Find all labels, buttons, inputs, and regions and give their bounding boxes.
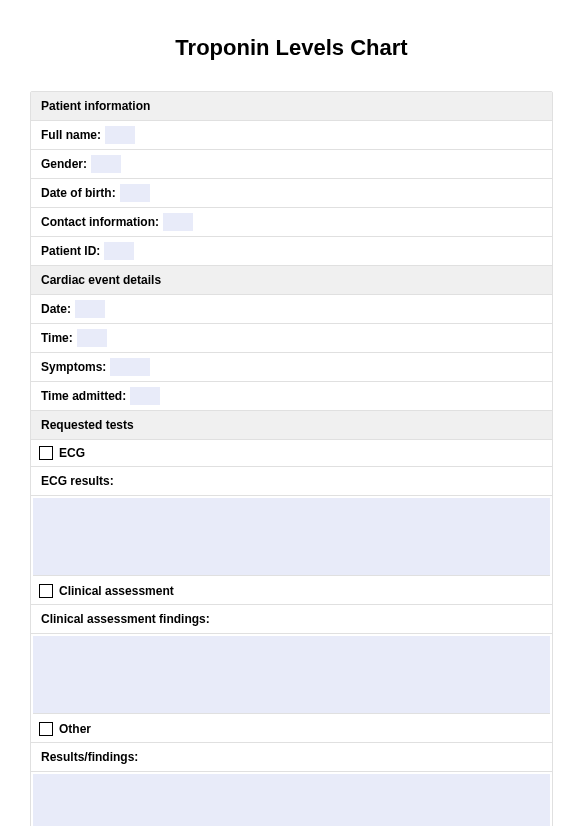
- input-time[interactable]: [77, 329, 107, 347]
- section-cardiac-event: Cardiac event details: [31, 266, 552, 295]
- checkbox-clinical[interactable]: [39, 584, 53, 598]
- input-contact[interactable]: [163, 213, 193, 231]
- input-symptoms[interactable]: [110, 358, 150, 376]
- field-dob: Date of birth:: [31, 179, 552, 208]
- label-symptoms: Symptoms:: [41, 360, 106, 374]
- label-time-admitted: Time admitted:: [41, 389, 126, 403]
- field-contact: Contact information:: [31, 208, 552, 237]
- input-patient-id[interactable]: [104, 242, 134, 260]
- label-full-name: Full name:: [41, 128, 101, 142]
- field-time-admitted: Time admitted:: [31, 382, 552, 411]
- checkbox-other[interactable]: [39, 722, 53, 736]
- checkbox-ecg[interactable]: [39, 446, 53, 460]
- input-gender[interactable]: [91, 155, 121, 173]
- field-date: Date:: [31, 295, 552, 324]
- form-container: Patient information Full name: Gender: D…: [30, 91, 553, 826]
- field-symptoms: Symptoms:: [31, 353, 552, 382]
- input-dob[interactable]: [120, 184, 150, 202]
- label-patient-id: Patient ID:: [41, 244, 100, 258]
- label-dob: Date of birth:: [41, 186, 116, 200]
- label-contact: Contact information:: [41, 215, 159, 229]
- section-patient-info: Patient information: [31, 92, 552, 121]
- textarea-other-results[interactable]: [33, 774, 550, 826]
- textarea-clinical-results[interactable]: [33, 636, 550, 714]
- checkbox-row-clinical: Clinical assessment: [31, 578, 552, 605]
- label-gender: Gender:: [41, 157, 87, 171]
- field-patient-id: Patient ID:: [31, 237, 552, 266]
- label-ecg: ECG: [59, 446, 85, 460]
- checkbox-row-other: Other: [31, 716, 552, 743]
- input-date[interactable]: [75, 300, 105, 318]
- input-full-name[interactable]: [105, 126, 135, 144]
- field-full-name: Full name:: [31, 121, 552, 150]
- label-clinical: Clinical assessment: [59, 584, 174, 598]
- field-gender: Gender:: [31, 150, 552, 179]
- input-time-admitted[interactable]: [130, 387, 160, 405]
- label-ecg-results: ECG results:: [31, 467, 552, 496]
- label-other-results: Results/findings:: [31, 743, 552, 772]
- label-date: Date:: [41, 302, 71, 316]
- textarea-ecg-results[interactable]: [33, 498, 550, 576]
- checkbox-row-ecg: ECG: [31, 440, 552, 467]
- label-time: Time:: [41, 331, 73, 345]
- label-other: Other: [59, 722, 91, 736]
- field-time: Time:: [31, 324, 552, 353]
- page-title: Troponin Levels Chart: [30, 35, 553, 61]
- section-requested-tests: Requested tests: [31, 411, 552, 440]
- label-clinical-results: Clinical assessment findings:: [31, 605, 552, 634]
